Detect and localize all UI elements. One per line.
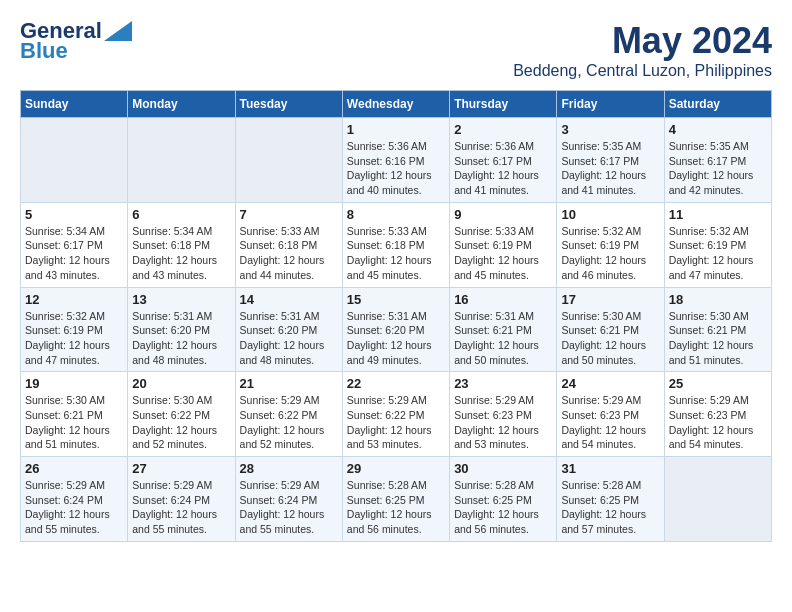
day-number: 20 [132, 376, 230, 391]
day-cell: 8Sunrise: 5:33 AM Sunset: 6:18 PM Daylig… [342, 202, 449, 287]
day-number: 24 [561, 376, 659, 391]
day-number: 2 [454, 122, 552, 137]
day-cell [235, 118, 342, 203]
day-info: Sunrise: 5:29 AM Sunset: 6:24 PM Dayligh… [132, 478, 230, 537]
day-cell: 13Sunrise: 5:31 AM Sunset: 6:20 PM Dayli… [128, 287, 235, 372]
day-info: Sunrise: 5:33 AM Sunset: 6:19 PM Dayligh… [454, 224, 552, 283]
weekday-header-thursday: Thursday [450, 91, 557, 118]
day-info: Sunrise: 5:32 AM Sunset: 6:19 PM Dayligh… [561, 224, 659, 283]
day-number: 11 [669, 207, 767, 222]
day-number: 31 [561, 461, 659, 476]
week-row-3: 12Sunrise: 5:32 AM Sunset: 6:19 PM Dayli… [21, 287, 772, 372]
day-info: Sunrise: 5:32 AM Sunset: 6:19 PM Dayligh… [25, 309, 123, 368]
calendar-header: SundayMondayTuesdayWednesdayThursdayFrid… [21, 91, 772, 118]
day-number: 13 [132, 292, 230, 307]
day-info: Sunrise: 5:33 AM Sunset: 6:18 PM Dayligh… [347, 224, 445, 283]
day-number: 1 [347, 122, 445, 137]
day-cell: 26Sunrise: 5:29 AM Sunset: 6:24 PM Dayli… [21, 457, 128, 542]
day-info: Sunrise: 5:29 AM Sunset: 6:24 PM Dayligh… [240, 478, 338, 537]
day-number: 12 [25, 292, 123, 307]
day-number: 26 [25, 461, 123, 476]
day-cell: 22Sunrise: 5:29 AM Sunset: 6:22 PM Dayli… [342, 372, 449, 457]
day-cell: 31Sunrise: 5:28 AM Sunset: 6:25 PM Dayli… [557, 457, 664, 542]
day-number: 28 [240, 461, 338, 476]
day-info: Sunrise: 5:29 AM Sunset: 6:23 PM Dayligh… [561, 393, 659, 452]
day-info: Sunrise: 5:36 AM Sunset: 6:17 PM Dayligh… [454, 139, 552, 198]
day-cell: 1Sunrise: 5:36 AM Sunset: 6:16 PM Daylig… [342, 118, 449, 203]
day-cell: 29Sunrise: 5:28 AM Sunset: 6:25 PM Dayli… [342, 457, 449, 542]
day-number: 25 [669, 376, 767, 391]
day-number: 8 [347, 207, 445, 222]
day-info: Sunrise: 5:34 AM Sunset: 6:18 PM Dayligh… [132, 224, 230, 283]
day-cell: 7Sunrise: 5:33 AM Sunset: 6:18 PM Daylig… [235, 202, 342, 287]
week-row-5: 26Sunrise: 5:29 AM Sunset: 6:24 PM Dayli… [21, 457, 772, 542]
day-cell: 27Sunrise: 5:29 AM Sunset: 6:24 PM Dayli… [128, 457, 235, 542]
day-info: Sunrise: 5:30 AM Sunset: 6:22 PM Dayligh… [132, 393, 230, 452]
logo: General Blue [20, 20, 132, 62]
day-cell: 18Sunrise: 5:30 AM Sunset: 6:21 PM Dayli… [664, 287, 771, 372]
day-info: Sunrise: 5:29 AM Sunset: 6:24 PM Dayligh… [25, 478, 123, 537]
day-cell: 30Sunrise: 5:28 AM Sunset: 6:25 PM Dayli… [450, 457, 557, 542]
day-info: Sunrise: 5:36 AM Sunset: 6:16 PM Dayligh… [347, 139, 445, 198]
day-info: Sunrise: 5:33 AM Sunset: 6:18 PM Dayligh… [240, 224, 338, 283]
day-cell: 24Sunrise: 5:29 AM Sunset: 6:23 PM Dayli… [557, 372, 664, 457]
day-cell: 2Sunrise: 5:36 AM Sunset: 6:17 PM Daylig… [450, 118, 557, 203]
weekday-header-sunday: Sunday [21, 91, 128, 118]
day-info: Sunrise: 5:31 AM Sunset: 6:21 PM Dayligh… [454, 309, 552, 368]
day-cell: 15Sunrise: 5:31 AM Sunset: 6:20 PM Dayli… [342, 287, 449, 372]
logo-blue: Blue [20, 40, 68, 62]
day-cell: 14Sunrise: 5:31 AM Sunset: 6:20 PM Dayli… [235, 287, 342, 372]
week-row-4: 19Sunrise: 5:30 AM Sunset: 6:21 PM Dayli… [21, 372, 772, 457]
day-info: Sunrise: 5:28 AM Sunset: 6:25 PM Dayligh… [561, 478, 659, 537]
day-number: 9 [454, 207, 552, 222]
day-cell: 12Sunrise: 5:32 AM Sunset: 6:19 PM Dayli… [21, 287, 128, 372]
day-cell: 9Sunrise: 5:33 AM Sunset: 6:19 PM Daylig… [450, 202, 557, 287]
day-info: Sunrise: 5:31 AM Sunset: 6:20 PM Dayligh… [240, 309, 338, 368]
logo-icon [104, 21, 132, 41]
day-number: 29 [347, 461, 445, 476]
day-cell: 10Sunrise: 5:32 AM Sunset: 6:19 PM Dayli… [557, 202, 664, 287]
day-number: 23 [454, 376, 552, 391]
day-info: Sunrise: 5:34 AM Sunset: 6:17 PM Dayligh… [25, 224, 123, 283]
day-cell [128, 118, 235, 203]
day-number: 10 [561, 207, 659, 222]
day-info: Sunrise: 5:29 AM Sunset: 6:23 PM Dayligh… [454, 393, 552, 452]
day-number: 3 [561, 122, 659, 137]
day-number: 14 [240, 292, 338, 307]
weekday-header-tuesday: Tuesday [235, 91, 342, 118]
week-row-2: 5Sunrise: 5:34 AM Sunset: 6:17 PM Daylig… [21, 202, 772, 287]
day-number: 15 [347, 292, 445, 307]
calendar-table: SundayMondayTuesdayWednesdayThursdayFrid… [20, 90, 772, 542]
day-info: Sunrise: 5:32 AM Sunset: 6:19 PM Dayligh… [669, 224, 767, 283]
day-cell [21, 118, 128, 203]
month-title: May 2024 [513, 20, 772, 62]
location-title: Beddeng, Central Luzon, Philippines [513, 62, 772, 80]
day-cell: 16Sunrise: 5:31 AM Sunset: 6:21 PM Dayli… [450, 287, 557, 372]
day-number: 17 [561, 292, 659, 307]
day-info: Sunrise: 5:31 AM Sunset: 6:20 PM Dayligh… [347, 309, 445, 368]
day-number: 7 [240, 207, 338, 222]
day-number: 6 [132, 207, 230, 222]
day-cell: 23Sunrise: 5:29 AM Sunset: 6:23 PM Dayli… [450, 372, 557, 457]
day-number: 4 [669, 122, 767, 137]
day-number: 22 [347, 376, 445, 391]
day-info: Sunrise: 5:35 AM Sunset: 6:17 PM Dayligh… [561, 139, 659, 198]
day-cell: 28Sunrise: 5:29 AM Sunset: 6:24 PM Dayli… [235, 457, 342, 542]
day-info: Sunrise: 5:29 AM Sunset: 6:22 PM Dayligh… [240, 393, 338, 452]
week-row-1: 1Sunrise: 5:36 AM Sunset: 6:16 PM Daylig… [21, 118, 772, 203]
day-info: Sunrise: 5:28 AM Sunset: 6:25 PM Dayligh… [347, 478, 445, 537]
title-block: May 2024 Beddeng, Central Luzon, Philipp… [513, 20, 772, 80]
day-info: Sunrise: 5:30 AM Sunset: 6:21 PM Dayligh… [25, 393, 123, 452]
page-header: General Blue May 2024 Beddeng, Central L… [20, 20, 772, 80]
day-cell [664, 457, 771, 542]
day-cell: 21Sunrise: 5:29 AM Sunset: 6:22 PM Dayli… [235, 372, 342, 457]
weekday-header-wednesday: Wednesday [342, 91, 449, 118]
day-info: Sunrise: 5:30 AM Sunset: 6:21 PM Dayligh… [561, 309, 659, 368]
day-info: Sunrise: 5:28 AM Sunset: 6:25 PM Dayligh… [454, 478, 552, 537]
day-cell: 20Sunrise: 5:30 AM Sunset: 6:22 PM Dayli… [128, 372, 235, 457]
weekday-header-monday: Monday [128, 91, 235, 118]
weekday-header-row: SundayMondayTuesdayWednesdayThursdayFrid… [21, 91, 772, 118]
day-info: Sunrise: 5:29 AM Sunset: 6:23 PM Dayligh… [669, 393, 767, 452]
day-cell: 25Sunrise: 5:29 AM Sunset: 6:23 PM Dayli… [664, 372, 771, 457]
day-info: Sunrise: 5:30 AM Sunset: 6:21 PM Dayligh… [669, 309, 767, 368]
